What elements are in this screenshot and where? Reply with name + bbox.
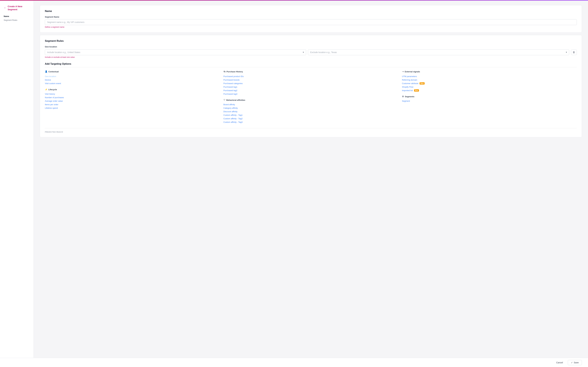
geo-row: Include location e.g., United States ▼ E… [45,49,577,55]
targeting-link-imported-list[interactable]: Imported list [402,89,413,92]
sidebar-nav: Name Segment Rules [4,15,30,22]
targeting-link-discount-affinity[interactable]: Discount affinity [223,110,398,113]
targeting-link-custom-affinity-tag1[interactable]: Custom affinity - Tag1 [223,113,398,117]
targeting-columns: 👤 Contextual Geo-location Device Visit c… [45,70,577,124]
include-location-wrapper: Include location e.g., United States ▼ [45,49,306,55]
predicted-reach-section: PREDICTED REACH [45,128,577,133]
targeting-link-geo-location[interactable]: Geo-location [45,75,220,78]
segments-icon: ⚙ [402,95,404,98]
purchase-history-label: Purchase History [226,70,243,73]
segment-rules-title: Segment Rules [45,40,577,42]
targeting-link-purchased-tag1[interactable]: Purchased tag1 [223,85,398,89]
segment-name-input[interactable] [45,19,577,25]
imported-list-new-badge: New [414,89,419,92]
main-content: Name Segment Name Define a segment name … [34,1,588,358]
targeting-link-purchased-tag2[interactable]: Purchased tag2 [223,89,398,92]
exclude-location-wrapper: Exclude location e.g., Texas ▼ [308,49,569,55]
back-link[interactable]: ← Create A New Segment [4,5,30,11]
geo-delete-button[interactable]: 🗑 [571,50,577,55]
targeting-link-utm-parameters[interactable]: UTM parameters [402,75,577,78]
name-card-title: Name [45,10,577,13]
targeting-col-contextual: 👤 Contextual Geo-location Device Visit c… [45,70,220,124]
targeting-link-purchased-tag3[interactable]: Purchased tag3 [223,92,398,96]
targeting-link-shopify-flow[interactable]: Shopify Flow [402,85,577,89]
targeting-link-device[interactable]: Device [45,78,220,82]
targeting-link-visit-history[interactable]: Visit history [45,92,220,96]
targeting-link-purchased-brands[interactable]: Purchased brands [223,78,398,82]
segments-sub-section: ⚙ Segments Segment [402,95,577,103]
targeting-link-customer-attribute[interactable]: Customer attribute [402,82,418,85]
targeting-col-external-signals: ⇢ External signals UTM parameters Referr… [402,70,577,124]
segment-rules-card: Segment Rules Geo-location Include locat… [40,35,582,137]
trash-icon: 🗑 [573,51,575,54]
segment-name-error: Define a segment name [45,26,577,28]
contextual-header-label: Contextual [48,70,59,73]
targeting-link-custom-affinity-tag2[interactable]: Custom affinity - Tag2 [223,117,398,120]
purchase-history-header: 🛍 Purchase History [223,70,398,73]
targeting-link-number-of-purchases[interactable]: Number of purchases [45,96,220,99]
lightning-icon: ⚡ [45,88,47,91]
exclude-location-select[interactable]: Exclude location e.g., Texas [308,49,569,55]
targeting-link-lifetime-spend[interactable]: Lifetime spend [45,106,220,110]
save-button[interactable]: ✓ Save [568,360,582,365]
targeting-link-segment[interactable]: Segment [402,99,577,103]
share-icon: ⇢ [402,70,404,73]
behavioral-affinities-header: ♡ Behavioral affinities [223,99,398,101]
targeting-link-purchased-categories[interactable]: Purchased categories [223,82,398,85]
segment-name-label: Segment Name [45,16,577,18]
back-arrow-icon: ← [4,6,6,9]
targeting-link-average-order-value[interactable]: Average order value [45,99,220,103]
footer-bar: Cancel ✓ Save [0,358,588,367]
sidebar-nav-name-label: Name [4,15,30,17]
behavioral-affinities-label: Behavioral affinities [226,99,245,101]
behavioral-affinities-sub-section: ♡ Behavioral affinities Brand affinity C… [223,99,398,124]
name-card: Name Segment Name Define a segment name [40,5,582,33]
targeting-section: Add Targeting Options 👤 Contextual Geo-l… [45,63,577,124]
external-signals-header: ⇢ External signals [402,70,577,73]
targeting-link-referring-domain[interactable]: Referring domain [402,78,577,82]
predicted-reach-label: PREDICTED REACH [45,131,577,133]
segments-header: ⚙ Segments [402,95,577,98]
checkmark-icon: ✓ [571,361,573,364]
targeting-link-category-affinity[interactable]: Category affinity [223,106,398,110]
targeting-link-brand-affinity[interactable]: Brand affinity [223,103,398,106]
geo-location-label: Geo-location [45,46,577,48]
lifecycle-header: ⚡ Lifecycle [45,88,220,91]
targeting-link-custom-affinity-tag3[interactable]: Custom affinity - Tag3 [223,120,398,124]
lifecycle-sub-section: ⚡ Lifecycle Visit history Number of purc… [45,88,220,110]
external-signals-label: External signals [405,70,420,73]
person-icon: 👤 [45,70,47,73]
targeting-link-items-per-order[interactable]: Items per order [45,103,220,106]
include-location-select[interactable]: Include location e.g., United States [45,49,306,55]
heart-icon: ♡ [223,99,225,101]
targeting-link-visit-custom-event[interactable]: Visit custom event [45,82,220,85]
segments-label: Segments [405,95,414,98]
bag-icon: 🛍 [223,70,225,73]
sidebar-nav-segment-rules[interactable]: Segment Rules [4,18,30,22]
sidebar-title: Create A New Segment [8,5,30,11]
targeting-col-purchase-history: 🛍 Purchase History Purchased product IDs… [223,70,398,124]
contextual-header: 👤 Contextual [45,70,220,73]
sidebar: ← Create A New Segment Name Segment Rule… [0,1,34,358]
targeting-title: Add Targeting Options [45,63,577,67]
save-label: Save [574,361,579,364]
customer-attribute-new-badge: New [420,82,425,84]
lifecycle-label: Lifecycle [48,88,57,91]
targeting-link-purchased-product-ids[interactable]: Purchased product IDs [223,75,398,78]
cancel-button[interactable]: Cancel [554,360,565,365]
geo-error-text: Include or exclude at least one value [45,56,577,58]
